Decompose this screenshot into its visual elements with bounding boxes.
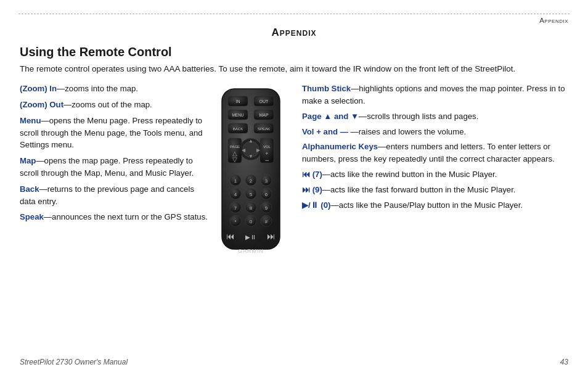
rewind-label: ⏮ (7) (302, 170, 322, 179)
map-text: —opens the map page. Press repeatedly to… (20, 156, 194, 178)
thumb-stick-item: Thumb Stick—highlights options and moves… (302, 83, 568, 107)
alphanumeric-label: Alphanumeric Keys (302, 142, 378, 151)
speak-text: —announces the next turn or the GPS stat… (44, 212, 208, 221)
right-column: Thumb Stick—highlights options and moves… (291, 83, 568, 262)
svg-text:3: 3 (265, 178, 268, 184)
page-label: Page ▲ and ▼ (302, 112, 359, 121)
page-text: —scrolls through lists and pages. (359, 112, 478, 121)
svg-text:▶⏸: ▶⏸ (245, 234, 256, 241)
svg-text:⏭: ⏭ (267, 231, 276, 241)
map-item: Map—opens the map page. Press repeatedly… (20, 155, 211, 179)
zoom-out-item: (Zoom) Out—zooms out of the map. (20, 99, 211, 111)
playpause-text: —acts like the Pause/Play button in the … (330, 200, 523, 210)
zoom-in-label: (Zoom) In (20, 84, 57, 93)
thumb-stick-label: Thumb Stick (302, 84, 351, 93)
svg-text:6: 6 (265, 192, 268, 197)
menu-item: Menu—opens the Menu page. Press repeated… (20, 115, 211, 151)
svg-text:OUT: OUT (259, 99, 269, 104)
svg-text:2: 2 (250, 178, 253, 184)
page-item: Page ▲ and ▼—scrolls through lists and p… (302, 110, 568, 123)
vol-label: Vol + and — (302, 127, 348, 136)
svg-text:SPEAK: SPEAK (258, 127, 270, 131)
fastforward-label: ⏭ (9) (302, 185, 322, 194)
svg-text:4: 4 (234, 192, 237, 197)
zoom-in-item: (Zoom) In—zooms into the map. (20, 83, 211, 95)
rewind-text: —acts like the rewind button in the Musi… (322, 170, 497, 179)
intro-text: The remote control operates using two AA… (20, 63, 568, 75)
zoom-out-label: (Zoom) Out (20, 100, 63, 109)
svg-text:MAP: MAP (259, 113, 269, 117)
svg-text:MENU: MENU (232, 113, 243, 117)
footer-right: 43 (560, 358, 568, 366)
svg-text:#: # (265, 219, 268, 225)
map-label: Map (20, 156, 36, 165)
speak-label: Speak (20, 212, 44, 221)
svg-text:VOL: VOL (263, 145, 271, 149)
playpause-label: ▶/⏸ (0) (302, 200, 330, 210)
svg-text:▼: ▼ (248, 154, 253, 159)
footer: StreetPilot 2730 Owner's Manual 43 (20, 358, 568, 366)
svg-text:7: 7 (234, 205, 237, 211)
svg-text:9: 9 (265, 205, 268, 211)
svg-text:−: − (264, 156, 269, 165)
section-title: Using the Remote Control (20, 45, 588, 59)
back-label: Back (20, 184, 39, 194)
left-column: (Zoom) In—zooms into the map. (Zoom) Out… (20, 83, 211, 262)
back-text: —returns to the previous page and cancel… (20, 184, 194, 206)
zoom-out-text: —zooms out of the map. (63, 100, 152, 109)
remote-image-container: IN OUT MENU MAP BACK SPEAK ▲ ▼ ◀ ▶ (211, 83, 291, 262)
back-item: Back—returns to the previous page and ca… (20, 183, 211, 208)
fastforward-item: ⏭ (9)—acts like the fast forward button … (302, 184, 568, 196)
svg-text:GARMIN: GARMIN (238, 248, 264, 254)
speak-item: Speak—announces the next turn or the GPS… (20, 211, 211, 223)
remote-control-image: IN OUT MENU MAP BACK SPEAK ▲ ▼ ◀ ▶ (217, 83, 285, 262)
playpause-item: ▶/⏸ (0)—acts like the Pause/Play button … (302, 199, 568, 212)
svg-text:5: 5 (250, 192, 253, 197)
svg-text:0: 0 (250, 219, 253, 225)
page-title: Appendix (0, 27, 588, 39)
svg-text:▲: ▲ (248, 138, 253, 144)
svg-text:BACK: BACK (233, 127, 243, 131)
appendix-header-right: Appendix (0, 14, 588, 24)
menu-text: —opens the Menu page. Press repeatedly t… (20, 116, 203, 150)
vol-item: Vol + and — —raises and lowers the volum… (302, 126, 568, 138)
svg-text:*: * (234, 219, 236, 225)
svg-text:8: 8 (250, 205, 253, 211)
menu-label: Menu (20, 116, 41, 125)
svg-text:IN: IN (236, 99, 240, 104)
zoom-in-text: —zooms into the map. (57, 84, 138, 93)
main-content: (Zoom) In—zooms into the map. (Zoom) Out… (20, 83, 568, 262)
svg-text:⏮: ⏮ (226, 231, 235, 241)
svg-text:◀: ◀ (242, 147, 246, 153)
svg-text:PAGE: PAGE (230, 145, 240, 149)
vol-text: —raises and lowers the volume. (348, 127, 466, 136)
footer-left: StreetPilot 2730 Owner's Manual (20, 358, 128, 366)
svg-text:1: 1 (234, 178, 237, 184)
fastforward-text: —acts like the fast forward button in th… (322, 185, 516, 194)
rewind-item: ⏮ (7)—acts like the rewind button in the… (302, 168, 568, 181)
alphanumeric-item: Alphanumeric Keys—enters numbers and let… (302, 141, 568, 165)
svg-text:▽: ▽ (232, 156, 237, 163)
